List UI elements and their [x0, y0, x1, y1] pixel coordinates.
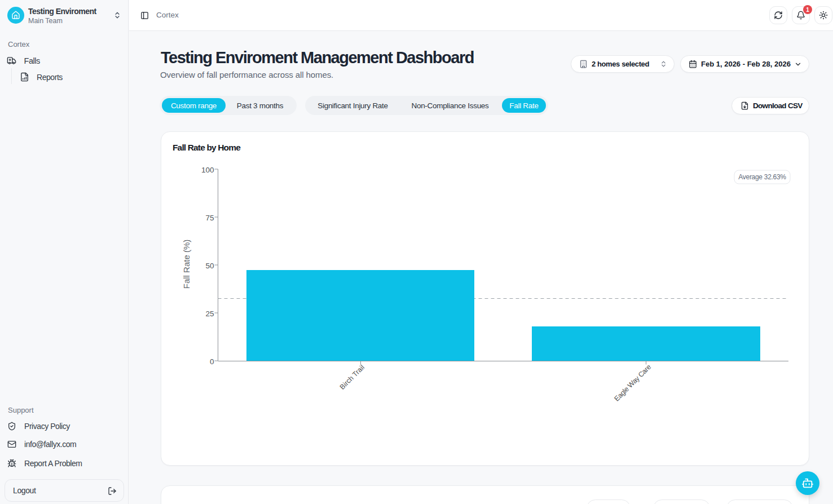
- svg-text:Average 32.63%: Average 32.63%: [738, 173, 786, 181]
- svg-text:25: 25: [205, 310, 214, 318]
- svg-text:Fall Rate (%): Fall Rate (%): [182, 240, 191, 289]
- svg-text:0: 0: [210, 357, 214, 366]
- svg-text:Eagle Way Care: Eagle Way Care: [613, 363, 653, 403]
- svg-text:Birch Trail: Birch Trail: [338, 364, 366, 391]
- svg-text:50: 50: [205, 262, 214, 270]
- svg-text:100: 100: [201, 166, 214, 174]
- svg-text:75: 75: [205, 214, 214, 222]
